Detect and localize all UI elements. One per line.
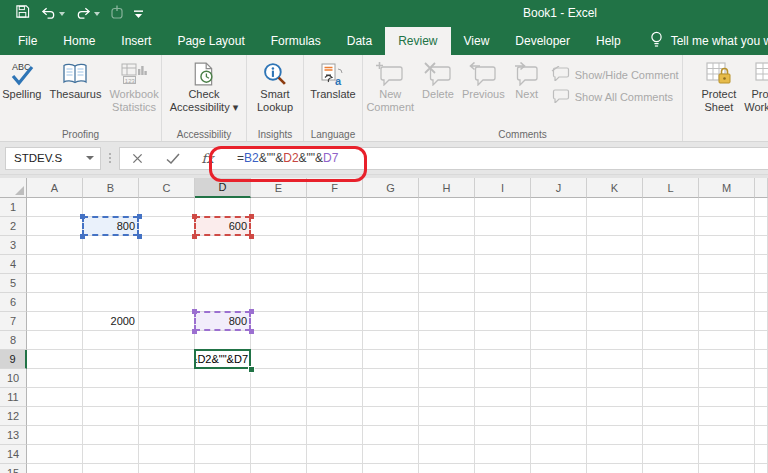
cell-c13[interactable] (139, 426, 195, 445)
cell-d2[interactable]: 600 (195, 217, 251, 236)
cell-k11[interactable] (587, 388, 643, 407)
cell-e13[interactable] (251, 426, 307, 445)
cell-c8[interactable] (139, 331, 195, 350)
column-header-j[interactable]: J (531, 178, 587, 198)
cell-c7[interactable] (139, 312, 195, 331)
check-accessibility-button[interactable]: Check Accessibility ▾ (166, 57, 242, 114)
cell-partial[interactable] (755, 426, 768, 445)
cell-l6[interactable] (643, 293, 699, 312)
tellme-box[interactable]: Tell me what you want to do (640, 27, 768, 55)
cell-e2[interactable] (251, 217, 307, 236)
chevron-down-icon[interactable] (86, 156, 94, 160)
cell-h8[interactable] (419, 331, 475, 350)
cell-b1[interactable] (83, 198, 139, 217)
cell-a5[interactable] (27, 274, 83, 293)
cell-j13[interactable] (531, 426, 587, 445)
enter-button[interactable] (155, 153, 190, 164)
cell-f1[interactable] (307, 198, 363, 217)
cell-k13[interactable] (587, 426, 643, 445)
cell-f8[interactable] (307, 331, 363, 350)
cell-c5[interactable] (139, 274, 195, 293)
cell-partial[interactable] (755, 255, 768, 274)
tab-review[interactable]: Review (385, 27, 450, 55)
row-header-2[interactable]: 2 (0, 217, 27, 236)
cell-l11[interactable] (643, 388, 699, 407)
tab-file[interactable]: File (5, 27, 50, 55)
cell-j15[interactable] (531, 464, 587, 473)
cell-d8[interactable] (195, 331, 251, 350)
cell-k4[interactable] (587, 255, 643, 274)
cell-f11[interactable] (307, 388, 363, 407)
column-header-i[interactable]: I (475, 178, 531, 198)
cell-a3[interactable] (27, 236, 83, 255)
cell-f14[interactable] (307, 445, 363, 464)
cell-i8[interactable] (475, 331, 531, 350)
cell-k7[interactable] (587, 312, 643, 331)
cell-c11[interactable] (139, 388, 195, 407)
cell-c12[interactable] (139, 407, 195, 426)
cell-partial[interactable] (755, 331, 768, 350)
cell-l12[interactable] (643, 407, 699, 426)
cell-partial[interactable] (755, 236, 768, 255)
row-header-5[interactable]: 5 (0, 274, 27, 293)
cell-e15[interactable] (251, 464, 307, 473)
cell-j1[interactable] (531, 198, 587, 217)
cell-e9[interactable] (251, 350, 307, 369)
cell-j6[interactable] (531, 293, 587, 312)
cell-d12[interactable] (195, 407, 251, 426)
tab-view[interactable]: View (451, 27, 503, 55)
cell-e11[interactable] (251, 388, 307, 407)
cell-b7[interactable]: 2000 (83, 312, 139, 331)
cell-b3[interactable] (83, 236, 139, 255)
row-header-9[interactable]: 9 (0, 350, 27, 369)
cell-j5[interactable] (531, 274, 587, 293)
cell-i12[interactable] (475, 407, 531, 426)
tab-help[interactable]: Help (583, 27, 634, 55)
cell-l13[interactable] (643, 426, 699, 445)
cell-partial[interactable] (755, 274, 768, 293)
cell-l15[interactable] (643, 464, 699, 473)
protect-workbook-button[interactable]: Protect Workbook (740, 57, 768, 114)
cell-m6[interactable] (699, 293, 755, 312)
cell-h11[interactable] (419, 388, 475, 407)
cell-k6[interactable] (587, 293, 643, 312)
cell-f5[interactable] (307, 274, 363, 293)
cell-j3[interactable] (531, 236, 587, 255)
cell-partial[interactable] (755, 350, 768, 369)
cell-b4[interactable] (83, 255, 139, 274)
cell-m14[interactable] (699, 445, 755, 464)
cell-d4[interactable] (195, 255, 251, 274)
spelling-button[interactable]: ABCSpelling (0, 57, 45, 101)
cell-d3[interactable] (195, 236, 251, 255)
cell-j12[interactable] (531, 407, 587, 426)
cell-h6[interactable] (419, 293, 475, 312)
cell-m1[interactable] (699, 198, 755, 217)
column-header-b[interactable]: B (83, 178, 139, 198)
cell-g9[interactable] (363, 350, 419, 369)
cell-l8[interactable] (643, 331, 699, 350)
cell-m15[interactable] (699, 464, 755, 473)
translate-button[interactable]: aTranslate (306, 57, 359, 101)
cell-b13[interactable] (83, 426, 139, 445)
cell-m9[interactable] (699, 350, 755, 369)
cell-i2[interactable] (475, 217, 531, 236)
row-header-6[interactable]: 6 (0, 293, 27, 312)
cell-j10[interactable] (531, 369, 587, 388)
cell-l5[interactable] (643, 274, 699, 293)
cell-a1[interactable] (27, 198, 83, 217)
cell-e10[interactable] (251, 369, 307, 388)
redo-dropdown-icon[interactable] (94, 12, 100, 16)
cell-i6[interactable] (475, 293, 531, 312)
cell-partial[interactable] (755, 217, 768, 236)
cell-h2[interactable] (419, 217, 475, 236)
smart-lookup-button[interactable]: Smart Lookup (253, 57, 297, 114)
cell-g13[interactable] (363, 426, 419, 445)
row-header-12[interactable]: 12 (0, 407, 27, 426)
cell-g10[interactable] (363, 369, 419, 388)
cell-c14[interactable] (139, 445, 195, 464)
cell-k12[interactable] (587, 407, 643, 426)
cell-j14[interactable] (531, 445, 587, 464)
cell-h3[interactable] (419, 236, 475, 255)
cell-f2[interactable] (307, 217, 363, 236)
cell-l14[interactable] (643, 445, 699, 464)
